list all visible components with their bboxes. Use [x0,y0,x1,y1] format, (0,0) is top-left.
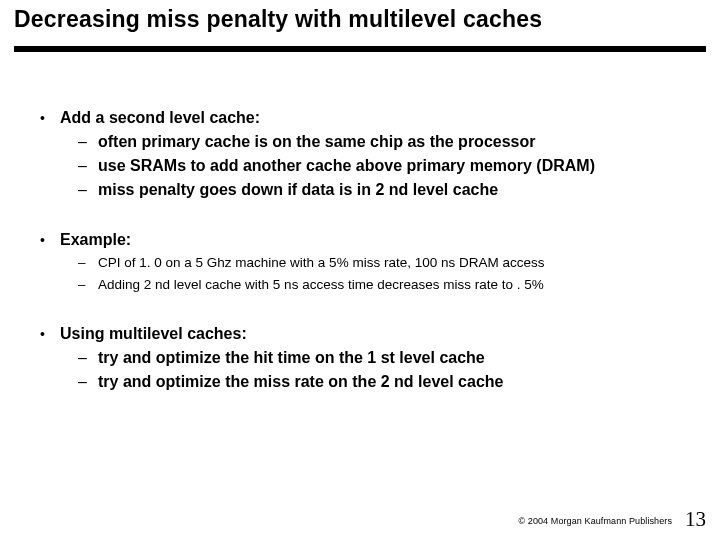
dash-icon: – [78,348,98,368]
page-number: 13 [685,507,706,532]
dash-icon: – [78,276,98,294]
bullet-icon: • [40,324,60,344]
bullet-content: Using multilevel caches: – try and optim… [60,324,680,392]
dash-icon: – [78,254,98,272]
bullet-icon: • [40,230,60,250]
bullet-section: • Using multilevel caches: – try and opt… [40,324,680,392]
dash-icon: – [78,372,98,392]
sub-bullet-text: Adding 2 nd level cache with 5 ns access… [98,276,680,294]
sub-bullet-text: try and optimize the hit time on the 1 s… [98,348,680,368]
dash-icon: – [78,132,98,152]
sub-bullet: – try and optimize the miss rate on the … [78,372,680,392]
bullet-icon: • [40,108,60,128]
bullet-section: • Add a second level cache: – often prim… [40,108,680,200]
title-rule [14,46,706,52]
section-heading: Example: [60,230,680,250]
footer-copyright: © 2004 Morgan Kaufmann Publishers [518,516,672,526]
slide: Decreasing miss penalty with multilevel … [0,0,720,540]
sub-bullet-text: try and optimize the miss rate on the 2 … [98,372,680,392]
bullet-content: Example: – CPI of 1. 0 on a 5 Ghz machin… [60,230,680,294]
slide-body: • Add a second level cache: – often prim… [40,108,680,392]
sub-bullet: – CPI of 1. 0 on a 5 Ghz machine with a … [78,254,680,272]
sub-bullet: – try and optimize the hit time on the 1… [78,348,680,368]
dash-icon: – [78,180,98,200]
dash-icon: – [78,156,98,176]
sub-bullet-text: often primary cache is on the same chip … [98,132,680,152]
sub-bullet-text: miss penalty goes down if data is in 2 n… [98,180,680,200]
section-heading: Add a second level cache: [60,108,680,128]
bullet-content: Add a second level cache: – often primar… [60,108,680,200]
section-heading: Using multilevel caches: [60,324,680,344]
sub-bullet: – use SRAMs to add another cache above p… [78,156,680,176]
sub-bullet: – miss penalty goes down if data is in 2… [78,180,680,200]
bullet-section: • Example: – CPI of 1. 0 on a 5 Ghz mach… [40,230,680,294]
sub-bullet-text: use SRAMs to add another cache above pri… [98,156,680,176]
sub-bullet: – often primary cache is on the same chi… [78,132,680,152]
slide-title: Decreasing miss penalty with multilevel … [14,6,542,33]
sub-bullet: – Adding 2 nd level cache with 5 ns acce… [78,276,680,294]
sub-bullet-text: CPI of 1. 0 on a 5 Ghz machine with a 5%… [98,254,680,272]
